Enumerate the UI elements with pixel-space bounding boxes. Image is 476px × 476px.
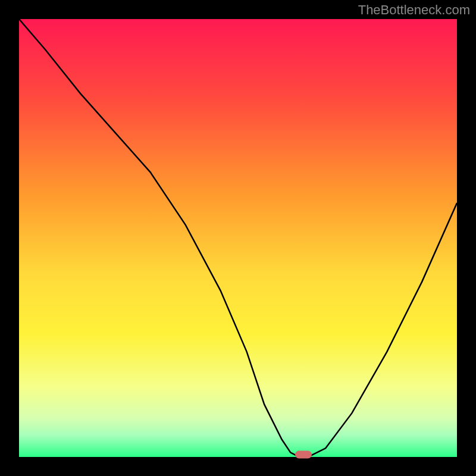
plot-area: [19, 19, 457, 457]
chart-svg: [19, 19, 457, 457]
chart-frame: TheBottleneck.com: [0, 0, 476, 476]
gradient-background: [19, 19, 457, 457]
watermark-text: TheBottleneck.com: [358, 2, 470, 18]
bottleneck-marker: [295, 451, 312, 459]
